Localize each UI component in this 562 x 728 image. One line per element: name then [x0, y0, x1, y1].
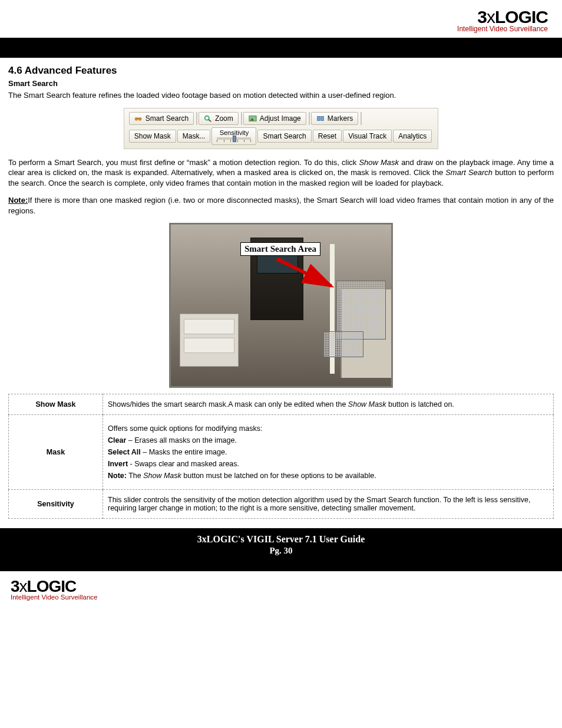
footer-page: Pg. 30 — [0, 546, 562, 556]
row-key: Sensitivity — [9, 490, 103, 519]
picture-icon — [249, 115, 257, 122]
tab-markers[interactable]: Markers — [311, 112, 358, 125]
table-row: Mask Offers some quick options for modif… — [9, 415, 554, 490]
section-subheading: Smart Search — [8, 79, 554, 88]
toolbar-separator — [309, 112, 310, 125]
slider-track[interactable] — [217, 137, 251, 140]
toolbar-row-tabs: Smart Search Zoom Adjust Image Markers — [129, 112, 434, 125]
row-key: Show Mask — [9, 394, 103, 415]
option-text: - Swaps clear and masked areas. — [128, 460, 239, 468]
brand-3: 3 — [477, 7, 487, 27]
text-italic: Show Mask — [143, 472, 181, 480]
button-label: Reset — [318, 132, 336, 140]
toolbar-row-buttons: Show Mask Mask... Sensitivity Smart Sear… — [129, 127, 434, 145]
brand-x: x — [487, 7, 495, 27]
tab-zoom[interactable]: Zoom — [199, 112, 239, 125]
markers-icon — [316, 115, 325, 122]
callout-box: Smart Search Area — [240, 242, 320, 256]
tab-label: Zoom — [215, 114, 233, 123]
brand-x: x — [19, 577, 27, 595]
text-italic: Show Mask — [359, 158, 399, 167]
footer-title: 3xLOGIC's VIGIL Server 7.1 User Guide — [0, 534, 562, 545]
note-paragraph: Note:If there is more than one masked re… — [8, 195, 554, 216]
toolbar-separator — [196, 112, 197, 125]
toolbar-separator — [361, 112, 362, 125]
mask-button[interactable]: Mask... — [177, 130, 211, 143]
row-key: Mask — [9, 415, 103, 490]
button-label: Show Mask — [134, 132, 171, 140]
brand-wordmark: 3xLOGIC — [11, 7, 548, 27]
tab-adjust-image[interactable]: Adjust Image — [243, 112, 306, 125]
header-black-bar — [0, 38, 562, 58]
note-text: If there is more than one masked region … — [8, 196, 554, 215]
footer-bar: 3xLOGIC's VIGIL Server 7.1 User Guide Pg… — [0, 528, 562, 571]
playback-image: Smart Search Area — [169, 223, 393, 388]
text: This slider controls the sensitivity of … — [108, 496, 530, 512]
svg-line-4 — [209, 119, 211, 121]
magnifier-icon — [204, 115, 212, 122]
svg-point-3 — [205, 116, 209, 120]
note-label: Note: — [8, 196, 28, 205]
tab-label: Adjust Image — [260, 114, 301, 123]
smart-search-button[interactable]: Smart Search — [257, 130, 311, 143]
table-row: Sensitivity This slider controls the sen… — [9, 490, 554, 519]
instruction-paragraph: To perform a Smart Search, you must firs… — [8, 157, 554, 189]
sensitivity-slider[interactable]: Sensitivity — [211, 127, 256, 145]
analytics-button[interactable]: Analytics — [393, 130, 432, 143]
header-logo: 3xLOGIC Intelligent Video Surveillance — [11, 7, 551, 33]
button-label: Analytics — [398, 132, 427, 140]
option-name: Invert — [108, 460, 128, 468]
section-heading: 4.6 Advanced Features — [8, 65, 554, 77]
svg-rect-7 — [318, 116, 320, 120]
text: The — [127, 472, 143, 480]
visual-track-button[interactable]: Visual Track — [343, 130, 392, 143]
button-label: Mask... — [183, 132, 206, 140]
brand-logic: LOGIC — [27, 577, 77, 595]
reset-button[interactable]: Reset — [313, 130, 342, 143]
option-name: Clear — [108, 436, 126, 444]
scene-cabinet — [180, 314, 239, 367]
text: Offers some quick options for modifying … — [108, 424, 548, 433]
intro-paragraph: The Smart Search feature refines the loa… — [8, 90, 554, 101]
show-mask-button[interactable]: Show Mask — [129, 130, 176, 143]
footer-logo: 3xLOGIC Intelligent Video Surveillance — [0, 571, 562, 610]
tab-label: Smart Search — [146, 114, 189, 123]
brand-logic: LOGIC — [495, 7, 548, 27]
callout-arrow-icon — [275, 256, 339, 292]
brand-tagline: Intelligent Video Surveillance — [11, 594, 562, 601]
option-text: – Erases all masks on the image. — [126, 436, 237, 444]
toolbar-separator — [241, 112, 242, 125]
slider-thumb[interactable] — [233, 136, 236, 142]
row-desc: Offers some quick options for modifying … — [103, 415, 554, 490]
callout-label: Smart Search Area — [240, 242, 320, 256]
smart-search-toolbar: Smart Search Zoom Adjust Image Markers — [124, 108, 439, 149]
row-desc: This slider controls the sensitivity of … — [103, 490, 554, 519]
brand-3: 3 — [11, 577, 19, 595]
svg-rect-2 — [137, 118, 139, 119]
svg-line-9 — [277, 259, 331, 286]
text-italic: Smart Search — [445, 168, 492, 177]
text: button must be latched on for these opti… — [181, 472, 376, 480]
option-name: Select All — [108, 448, 141, 456]
text: button is latched on. — [386, 400, 454, 409]
button-label: Visual Track — [348, 132, 386, 140]
note-label: Note: — [108, 472, 127, 480]
table-row: Show Mask Shows/hides the smart search m… — [9, 394, 554, 415]
text: To perform a Smart Search, you must firs… — [8, 158, 359, 167]
row-desc: Shows/hides the smart search mask.A mask… — [103, 394, 554, 415]
option-text: – Masks the entire image. — [141, 448, 227, 456]
text-italic: Show Mask — [348, 400, 386, 409]
mask-region — [324, 281, 385, 357]
text: Shows/hides the smart search mask.A mask… — [108, 400, 348, 409]
brand-tagline: Intelligent Video Surveillance — [11, 25, 548, 33]
tab-label: Markers — [328, 114, 353, 123]
svg-rect-8 — [321, 116, 323, 120]
button-label: Smart Search — [263, 132, 306, 140]
definitions-table: Show Mask Shows/hides the smart search m… — [8, 394, 554, 519]
binoculars-icon — [134, 115, 143, 122]
tab-smart-search[interactable]: Smart Search — [129, 112, 194, 125]
